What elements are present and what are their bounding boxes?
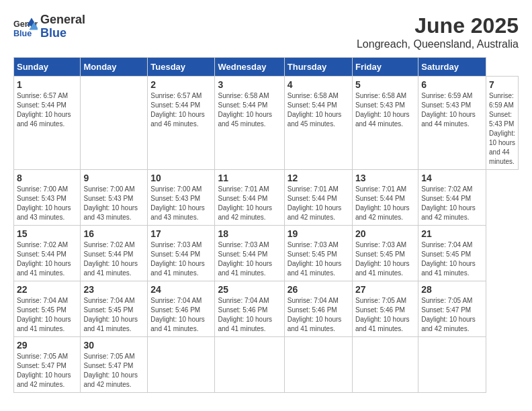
day-info: Sunrise: 7:02 AMSunset: 5:44 PMDaylight:… xyxy=(17,240,77,278)
day-number: 13 xyxy=(355,173,415,183)
day-number: 9 xyxy=(83,173,144,183)
day-number: 24 xyxy=(150,284,212,295)
table-row: 4Sunrise: 6:58 AMSunset: 5:44 PMDaylight… xyxy=(284,77,352,170)
day-info: Sunrise: 6:58 AMSunset: 5:44 PMDaylight:… xyxy=(287,91,349,129)
day-info: Sunrise: 7:04 AMSunset: 5:46 PMDaylight:… xyxy=(150,296,212,334)
day-number: 8 xyxy=(17,173,77,183)
day-number: 1 xyxy=(17,79,77,90)
table-row: 28Sunrise: 7:05 AMSunset: 5:47 PMDayligh… xyxy=(418,281,486,337)
day-number: 25 xyxy=(218,284,281,295)
day-number: 11 xyxy=(218,173,281,183)
day-number: 17 xyxy=(150,228,212,239)
day-number: 27 xyxy=(355,284,415,295)
day-info: Sunrise: 7:04 AMSunset: 5:46 PMDaylight:… xyxy=(218,296,281,334)
table-row: 14Sunrise: 7:02 AMSunset: 5:44 PMDayligh… xyxy=(418,170,486,226)
table-row: 30Sunrise: 7:05 AMSunset: 5:47 PMDayligh… xyxy=(81,337,148,393)
table-row: 6Sunrise: 6:59 AMSunset: 5:43 PMDaylight… xyxy=(418,77,486,170)
svg-text:Blue: Blue xyxy=(13,28,32,38)
day-number: 19 xyxy=(287,228,349,239)
day-number: 15 xyxy=(17,228,77,239)
table-row: 26Sunrise: 7:04 AMSunset: 5:46 PMDayligh… xyxy=(284,281,352,337)
calendar-header-row: Sunday Monday Tuesday Wednesday Thursday… xyxy=(14,58,519,77)
logo: General Blue General Blue xyxy=(13,13,85,40)
day-number: 3 xyxy=(218,79,281,90)
day-number: 10 xyxy=(150,173,212,183)
day-info: Sunrise: 7:05 AMSunset: 5:47 PMDaylight:… xyxy=(421,296,483,334)
col-monday: Monday xyxy=(81,58,148,77)
table-row: 18Sunrise: 7:03 AMSunset: 5:44 PMDayligh… xyxy=(215,226,284,281)
table-row xyxy=(215,337,284,393)
day-info: Sunrise: 7:00 AMSunset: 5:43 PMDaylight:… xyxy=(83,185,144,222)
table-row xyxy=(352,337,418,393)
logo-general-text: General xyxy=(40,13,85,27)
logo-text: General Blue xyxy=(40,13,85,40)
day-info: Sunrise: 7:02 AMSunset: 5:44 PMDaylight:… xyxy=(421,185,483,222)
col-saturday: Saturday xyxy=(418,58,486,77)
table-row xyxy=(81,77,148,170)
day-info: Sunrise: 7:03 AMSunset: 5:45 PMDaylight:… xyxy=(287,240,349,278)
table-row: 20Sunrise: 7:03 AMSunset: 5:45 PMDayligh… xyxy=(352,226,418,281)
day-info: Sunrise: 7:01 AMSunset: 5:44 PMDaylight:… xyxy=(218,185,281,222)
day-info: Sunrise: 7:04 AMSunset: 5:45 PMDaylight:… xyxy=(83,296,144,334)
table-row: 7Sunrise: 6:59 AMSunset: 5:43 PMDaylight… xyxy=(486,77,519,170)
month-title: June 2025 xyxy=(357,13,519,38)
day-info: Sunrise: 7:05 AMSunset: 5:47 PMDaylight:… xyxy=(17,352,77,390)
day-info: Sunrise: 7:05 AMSunset: 5:47 PMDaylight:… xyxy=(83,352,144,390)
day-number: 12 xyxy=(287,173,349,183)
table-row: 2Sunrise: 6:57 AMSunset: 5:44 PMDaylight… xyxy=(148,77,215,170)
day-info: Sunrise: 7:00 AMSunset: 5:43 PMDaylight:… xyxy=(17,185,77,222)
table-row: 29Sunrise: 7:05 AMSunset: 5:47 PMDayligh… xyxy=(14,337,81,393)
day-info: Sunrise: 7:04 AMSunset: 5:45 PMDaylight:… xyxy=(421,240,483,278)
day-number: 28 xyxy=(421,284,483,295)
day-number: 2 xyxy=(150,79,212,90)
table-row: 21Sunrise: 7:04 AMSunset: 5:45 PMDayligh… xyxy=(418,226,486,281)
day-number: 14 xyxy=(421,173,483,183)
day-number: 6 xyxy=(421,79,483,90)
day-number: 30 xyxy=(83,340,144,351)
table-row: 27Sunrise: 7:05 AMSunset: 5:46 PMDayligh… xyxy=(352,281,418,337)
table-row: 5Sunrise: 6:58 AMSunset: 5:43 PMDaylight… xyxy=(352,77,418,170)
day-number: 18 xyxy=(218,228,281,239)
day-number: 7 xyxy=(489,79,515,90)
table-row: 25Sunrise: 7:04 AMSunset: 5:46 PMDayligh… xyxy=(215,281,284,337)
logo-blue-text: Blue xyxy=(40,27,85,40)
table-row: 19Sunrise: 7:03 AMSunset: 5:45 PMDayligh… xyxy=(284,226,352,281)
table-row: 10Sunrise: 7:00 AMSunset: 5:43 PMDayligh… xyxy=(148,170,215,226)
day-info: Sunrise: 6:57 AMSunset: 5:44 PMDaylight:… xyxy=(17,91,77,129)
day-info: Sunrise: 7:03 AMSunset: 5:44 PMDaylight:… xyxy=(150,240,212,278)
col-thursday: Thursday xyxy=(284,58,352,77)
day-number: 26 xyxy=(287,284,349,295)
title-area: June 2025 Longreach, Queensland, Austral… xyxy=(357,13,519,50)
table-row: 22Sunrise: 7:04 AMSunset: 5:45 PMDayligh… xyxy=(14,281,81,337)
table-row xyxy=(418,337,486,393)
day-info: Sunrise: 7:00 AMSunset: 5:43 PMDaylight:… xyxy=(150,185,212,222)
table-row: 17Sunrise: 7:03 AMSunset: 5:44 PMDayligh… xyxy=(148,226,215,281)
table-row: 9Sunrise: 7:00 AMSunset: 5:43 PMDaylight… xyxy=(81,170,148,226)
day-info: Sunrise: 7:01 AMSunset: 5:44 PMDaylight:… xyxy=(287,185,349,222)
col-wednesday: Wednesday xyxy=(215,58,284,77)
table-row: 8Sunrise: 7:00 AMSunset: 5:43 PMDaylight… xyxy=(14,170,81,226)
day-number: 20 xyxy=(355,228,415,239)
day-number: 22 xyxy=(17,284,77,295)
table-row xyxy=(284,337,352,393)
day-info: Sunrise: 7:02 AMSunset: 5:44 PMDaylight:… xyxy=(83,240,144,278)
day-number: 23 xyxy=(83,284,144,295)
col-friday: Friday xyxy=(352,58,418,77)
day-info: Sunrise: 7:05 AMSunset: 5:46 PMDaylight:… xyxy=(355,296,415,334)
day-info: Sunrise: 6:59 AMSunset: 5:43 PMDaylight:… xyxy=(421,91,483,129)
table-row: 12Sunrise: 7:01 AMSunset: 5:44 PMDayligh… xyxy=(284,170,352,226)
col-sunday: Sunday xyxy=(14,58,81,77)
table-row: 11Sunrise: 7:01 AMSunset: 5:44 PMDayligh… xyxy=(215,170,284,226)
day-info: Sunrise: 6:57 AMSunset: 5:44 PMDaylight:… xyxy=(150,91,212,129)
day-number: 5 xyxy=(355,79,415,90)
calendar-table: Sunday Monday Tuesday Wednesday Thursday… xyxy=(13,57,519,393)
day-info: Sunrise: 7:01 AMSunset: 5:44 PMDaylight:… xyxy=(355,185,415,222)
day-number: 29 xyxy=(17,340,77,351)
day-info: Sunrise: 7:04 AMSunset: 5:45 PMDaylight:… xyxy=(17,296,77,334)
day-info: Sunrise: 7:04 AMSunset: 5:46 PMDaylight:… xyxy=(287,296,349,334)
table-row: 23Sunrise: 7:04 AMSunset: 5:45 PMDayligh… xyxy=(81,281,148,337)
col-tuesday: Tuesday xyxy=(148,58,215,77)
day-info: Sunrise: 7:03 AMSunset: 5:44 PMDaylight:… xyxy=(218,240,281,278)
table-row: 15Sunrise: 7:02 AMSunset: 5:44 PMDayligh… xyxy=(14,226,81,281)
day-number: 21 xyxy=(421,228,483,239)
